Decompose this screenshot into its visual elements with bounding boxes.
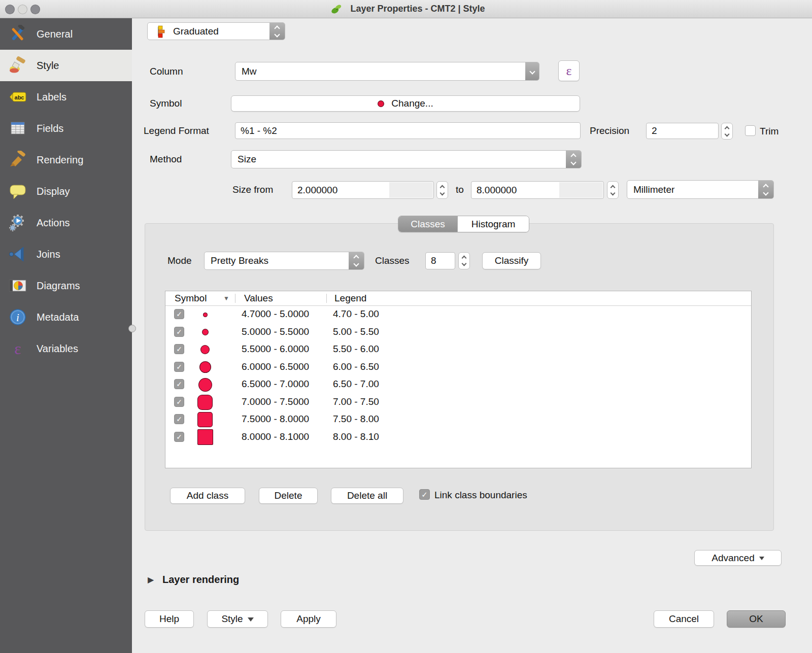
row-legend[interactable]: 7.00 - 7.50 — [333, 396, 379, 407]
table-row[interactable]: ✓6.0000 - 6.50006.00 - 6.50 — [165, 359, 751, 376]
trim-checkbox[interactable] — [745, 125, 756, 136]
row-legend[interactable]: 8.00 - 8.10 — [333, 431, 379, 442]
table-row[interactable]: ✓5.0000 - 5.50005.00 - 5.50 — [165, 324, 751, 341]
sidebar-item-variables[interactable]: εVariables — [0, 333, 132, 364]
row-values[interactable]: 7.5000 - 8.0000 — [242, 414, 309, 425]
method-select[interactable]: Size — [231, 150, 582, 168]
ok-button[interactable]: OK — [727, 610, 786, 628]
row-visibility-checkbox[interactable]: ✓ — [174, 362, 184, 372]
header-symbol[interactable]: Symbol — [175, 293, 207, 304]
apply-button[interactable]: Apply — [281, 610, 336, 628]
sidebar-item-label: General — [37, 28, 73, 40]
sidebar-item-label: Variables — [37, 343, 78, 355]
row-visibility-checkbox[interactable]: ✓ — [174, 309, 184, 319]
size-from-label: Size from — [232, 184, 273, 195]
sidebar-item-labels[interactable]: abcLabels — [0, 81, 132, 113]
table-row[interactable]: ✓8.0000 - 8.10008.00 - 8.10 — [165, 429, 751, 446]
renderer-select[interactable]: Graduated — [147, 22, 285, 40]
symbol-change-button[interactable]: Change... — [231, 95, 580, 112]
tab-histogram[interactable]: Histogram — [457, 216, 529, 232]
row-visibility-checkbox[interactable]: ✓ — [174, 414, 184, 424]
row-symbol-cell[interactable] — [191, 306, 219, 324]
row-legend[interactable]: 5.50 - 6.00 — [333, 343, 379, 355]
help-button[interactable]: Help — [145, 610, 194, 628]
row-legend[interactable]: 6.00 - 6.50 — [333, 361, 379, 372]
mode-select[interactable]: Pretty Breaks — [204, 252, 364, 270]
classify-button[interactable]: Classify — [482, 252, 541, 269]
tab-classes[interactable]: Classes — [398, 216, 457, 232]
row-legend[interactable]: 7.50 - 8.00 — [333, 414, 379, 425]
table-row[interactable]: ✓4.7000 - 5.00004.70 - 5.00 — [165, 306, 751, 324]
row-values[interactable]: 4.7000 - 5.0000 — [242, 308, 309, 320]
row-values[interactable]: 7.0000 - 7.5000 — [242, 396, 309, 407]
row-symbol-cell[interactable] — [191, 341, 219, 359]
table-row[interactable]: ✓6.5000 - 7.00006.50 - 7.00 — [165, 376, 751, 394]
size-unit-select[interactable]: Millimeter — [627, 180, 774, 199]
row-values[interactable]: 5.0000 - 5.5000 — [242, 326, 309, 337]
row-symbol-cell[interactable] — [191, 411, 219, 429]
row-legend[interactable]: 6.50 - 7.00 — [333, 379, 379, 390]
sidebar-item-joins[interactable]: Joins — [0, 238, 132, 270]
advanced-button[interactable]: Advanced — [694, 550, 782, 566]
size-to-spinner[interactable] — [607, 181, 619, 199]
layer-rendering-label[interactable]: Layer rendering — [162, 574, 239, 586]
class-symbol-square-icon — [197, 429, 213, 445]
sort-indicator-icon[interactable]: ▼ — [223, 295, 229, 302]
row-legend[interactable]: 4.70 - 5.00 — [333, 308, 379, 320]
expression-builder-button[interactable]: ε — [558, 60, 580, 81]
header-legend[interactable]: Legend — [334, 293, 366, 304]
row-visibility-checkbox[interactable]: ✓ — [174, 432, 184, 442]
precision-spinner[interactable] — [721, 123, 733, 140]
sidebar-item-style[interactable]: Style — [0, 50, 132, 81]
sidebar-item-label: Fields — [37, 123, 63, 134]
sidebar-item-label: Labels — [37, 91, 66, 103]
sidebar-item-fields[interactable]: Fields — [0, 113, 132, 144]
legend-format-input[interactable]: %1 - %2 — [235, 122, 581, 139]
classes-count-input[interactable]: 8 — [425, 252, 455, 269]
sidebar-item-diagrams[interactable]: Diagrams — [0, 270, 132, 301]
header-values[interactable]: Values — [244, 293, 273, 304]
size-to-input[interactable]: 8.000000 — [471, 181, 604, 199]
table-row[interactable]: ✓5.5000 - 6.00005.50 - 6.00 — [165, 341, 751, 359]
row-visibility-checkbox[interactable]: ✓ — [174, 397, 184, 407]
style-menu-button[interactable]: Style — [207, 610, 268, 628]
layer-properties-dialog: Layer Properties - CMT2 | Style GeneralS… — [0, 0, 812, 653]
delete-all-button[interactable]: Delete all — [331, 488, 403, 504]
row-values[interactable]: 8.0000 - 8.1000 — [242, 431, 309, 442]
row-visibility-checkbox[interactable]: ✓ — [174, 379, 184, 389]
size-to-value: 8.000000 — [477, 185, 517, 196]
row-values[interactable]: 6.5000 - 7.0000 — [242, 379, 309, 390]
row-symbol-cell[interactable] — [191, 359, 219, 376]
row-symbol-cell[interactable] — [191, 376, 219, 394]
sidebar-item-rendering[interactable]: Rendering — [0, 144, 132, 176]
cancel-button[interactable]: Cancel — [654, 610, 714, 628]
delete-button[interactable]: Delete — [259, 488, 318, 504]
row-symbol-cell[interactable] — [191, 429, 219, 446]
row-legend[interactable]: 5.00 - 5.50 — [333, 326, 379, 337]
table-row[interactable]: ✓7.5000 - 8.00007.50 - 8.00 — [165, 411, 751, 429]
column-combobox[interactable]: Mw — [235, 62, 539, 81]
row-visibility-checkbox[interactable]: ✓ — [174, 344, 184, 354]
size-from-spinner[interactable] — [436, 181, 448, 199]
sidebar-item-metadata[interactable]: iMetadata — [0, 301, 132, 333]
size-from-input[interactable]: 2.000000 — [292, 181, 434, 199]
row-values[interactable]: 5.5000 - 6.0000 — [242, 343, 309, 355]
row-symbol-cell[interactable] — [191, 394, 219, 411]
layer-rendering-disclosure-icon[interactable]: ▶ — [148, 575, 154, 585]
join-arrow-icon — [8, 245, 27, 264]
precision-input[interactable]: 2 — [646, 123, 719, 139]
row-symbol-cell[interactable] — [191, 324, 219, 341]
row-values[interactable]: 6.0000 - 6.5000 — [242, 361, 309, 372]
row-visibility-checkbox[interactable]: ✓ — [174, 327, 184, 337]
help-label: Help — [159, 613, 179, 625]
add-class-button[interactable]: Add class — [170, 488, 245, 504]
sidebar-item-general[interactable]: General — [0, 18, 132, 50]
classes-count-spinner[interactable] — [458, 252, 470, 269]
size-unit-select-arrows — [758, 181, 773, 198]
add-class-label: Add class — [187, 490, 228, 501]
table-row[interactable]: ✓7.0000 - 7.50007.00 - 7.50 — [165, 394, 751, 411]
sidebar-item-actions[interactable]: Actions — [0, 207, 132, 238]
sidebar-item-display[interactable]: Display — [0, 176, 132, 207]
sidebar-resize-handle[interactable] — [128, 325, 136, 332]
link-class-boundaries-checkbox[interactable]: ✓ — [419, 489, 430, 500]
